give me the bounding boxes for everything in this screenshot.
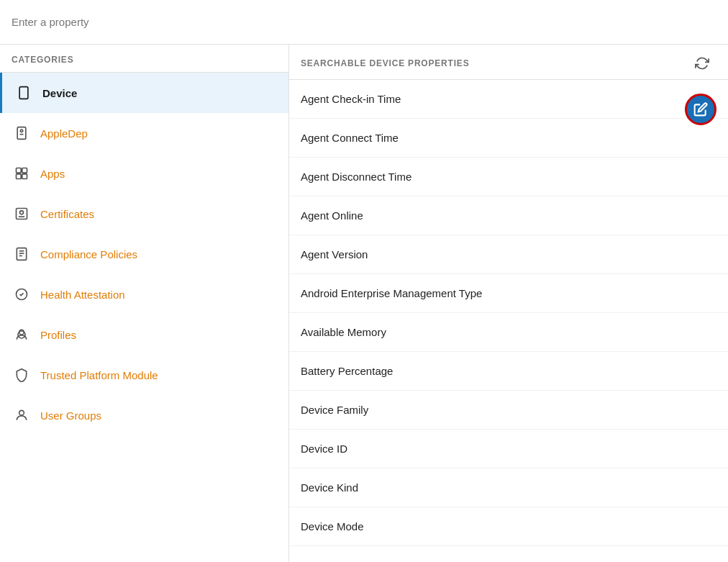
sidebar-item-label-device: Device — [42, 87, 77, 99]
main-content: CATEGORIES Device — [0, 45, 728, 562]
sidebar-item-label-health: Health Attestation — [40, 289, 125, 301]
sidebar-item-health[interactable]: Health Attestation — [0, 274, 288, 314]
property-item[interactable]: Android Enterprise Management Type — [289, 274, 728, 313]
property-item[interactable]: Available Memory — [289, 313, 728, 352]
compliance-icon — [12, 244, 32, 264]
property-item[interactable]: Agent Disconnect Time — [289, 158, 728, 196]
sidebar-item-tpm[interactable]: Trusted Platform Module — [0, 355, 288, 395]
svg-rect-5 — [17, 168, 22, 173]
device-icon — [14, 83, 34, 103]
category-list: Device AppleDep — [0, 73, 288, 562]
property-item[interactable]: Device ID — [289, 430, 728, 468]
svg-point-10 — [20, 211, 24, 214]
sidebar-item-device[interactable]: Device — [0, 73, 288, 113]
svg-rect-6 — [22, 168, 27, 173]
sidebar-item-label-profiles: Profiles — [40, 329, 76, 341]
sidebar-item-apps[interactable]: Apps — [0, 153, 288, 194]
usergroups-icon — [12, 405, 32, 425]
categories-header: CATEGORIES — [0, 45, 288, 73]
sidebar-item-profiles[interactable]: Profiles — [0, 314, 288, 355]
apps-icon — [12, 163, 32, 183]
searchable-properties-title: SEARCHABLE DEVICE PROPERTIES — [301, 58, 693, 68]
appledep-icon — [12, 123, 32, 143]
property-item[interactable]: Agent Check-in Time — [289, 80, 728, 119]
right-panel: SEARCHABLE DEVICE PROPERTIES Agent Check… — [289, 45, 728, 562]
left-panel: CATEGORIES Device — [0, 45, 289, 562]
properties-list: Agent Check-in TimeAgent Connect TimeAge… — [289, 80, 728, 562]
sidebar-item-label-tpm: Trusted Platform Module — [40, 369, 158, 381]
svg-point-3 — [20, 130, 22, 132]
profiles-icon — [12, 325, 32, 345]
sidebar-item-appledep[interactable]: AppleDep — [0, 113, 288, 153]
sidebar-item-compliance[interactable]: Compliance Policies — [0, 234, 288, 274]
property-item[interactable]: Agent Online — [289, 196, 728, 235]
search-bar — [0, 0, 728, 45]
property-item[interactable]: Device Mode — [289, 507, 728, 546]
search-input[interactable] — [12, 16, 716, 28]
sidebar-item-label-compliance: Compliance Policies — [40, 248, 137, 260]
property-item[interactable]: Device Family — [289, 391, 728, 430]
right-panel-header: SEARCHABLE DEVICE PROPERTIES — [289, 45, 728, 80]
tpm-icon — [12, 365, 32, 385]
sidebar-item-label-certificates: Certificates — [40, 208, 94, 220]
property-item[interactable]: Device Kind — [289, 468, 728, 507]
svg-rect-7 — [17, 174, 22, 179]
sidebar-item-usergroups[interactable]: User Groups — [0, 395, 288, 435]
property-item[interactable]: Agent Connect Time — [289, 119, 728, 158]
refresh-icon[interactable] — [693, 55, 711, 72]
sidebar-item-label-usergroups: User Groups — [40, 409, 101, 422]
sidebar-item-label-apps: Apps — [40, 168, 65, 180]
edit-button[interactable] — [685, 94, 716, 125]
certificates-icon — [12, 204, 32, 224]
svg-rect-8 — [22, 174, 27, 179]
health-icon — [12, 284, 32, 304]
sidebar-item-label-appledep: AppleDep — [40, 127, 88, 140]
svg-point-19 — [19, 410, 24, 415]
sidebar-item-certificates[interactable]: Certificates — [0, 194, 288, 234]
svg-rect-0 — [19, 87, 28, 99]
property-item[interactable]: Battery Percentage — [289, 352, 728, 391]
property-item[interactable]: Agent Version — [289, 235, 728, 274]
